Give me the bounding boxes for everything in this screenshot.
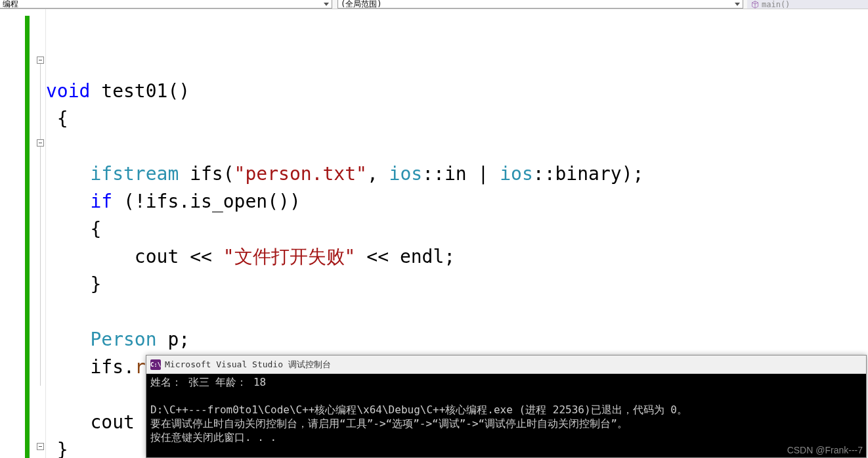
scope-dropdown-mid[interactable]: (全局范围) (337, 0, 743, 9)
console-titlebar[interactable]: C:\ Microsoft Visual Studio 调试控制台 (146, 355, 866, 374)
console-icon: C:\ (150, 359, 161, 370)
console-title-text: Microsoft Visual Studio 调试控制台 (165, 359, 331, 371)
method-icon (751, 1, 759, 9)
code-line: { (46, 218, 101, 240)
console-output[interactable]: 姓名： 张三 年龄： 18 D:\C++---from0to1\Code\C++… (146, 374, 866, 446)
fold-toggle[interactable] (37, 57, 44, 64)
console-window[interactable]: C:\ Microsoft Visual Studio 调试控制台 姓名： 张三… (146, 355, 867, 458)
chevron-down-icon (324, 3, 329, 6)
method-dropdown[interactable]: main() (747, 0, 868, 9)
code-line: } (46, 439, 68, 458)
code-line: ifstream ifs("person.txt", ios::in | ios… (46, 163, 643, 185)
chevron-down-icon (735, 3, 740, 6)
scope-dropdown-left[interactable]: 编程 (0, 0, 332, 9)
code-line: } (46, 273, 101, 295)
fold-toggle[interactable] (37, 443, 44, 450)
scope-left-label: 编程 (3, 0, 18, 10)
code-line: { (46, 108, 68, 129)
fold-toggle[interactable] (37, 139, 44, 147)
fold-line (40, 64, 41, 386)
code-line: cout << "文件打开失败" << endl; (46, 246, 455, 267)
code-line: void test01() (46, 80, 190, 102)
watermark: CSDN @Frank---7 (787, 445, 863, 455)
method-label: main() (762, 0, 790, 9)
gutter (0, 9, 46, 458)
code-line: cout (46, 411, 135, 433)
top-bar: 编程 (全局范围) main() (0, 0, 868, 9)
scope-mid-label: (全局范围) (341, 0, 381, 10)
code-line: Person p; (46, 329, 190, 350)
code-line: if (!ifs.is_open()) (46, 191, 301, 212)
change-marker (25, 16, 30, 458)
